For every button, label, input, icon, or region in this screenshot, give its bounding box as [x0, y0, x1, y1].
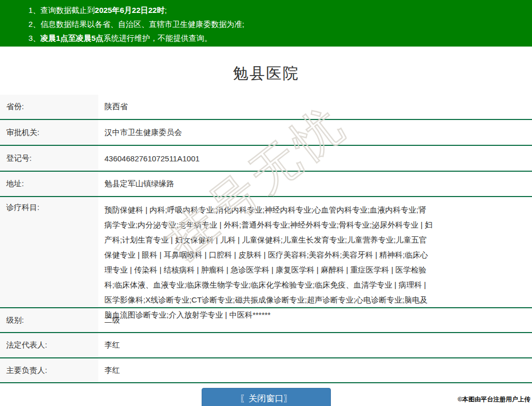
field-value-province: 陕西省	[98, 102, 128, 112]
table-row-address: 地址: 勉县定军山镇绿缘路	[0, 172, 532, 197]
table-row-medical-subjects: 诊疗科目: 预防保健科 | 内科;呼吸内科专业;消化内科专业;神经内科专业;心血…	[0, 197, 532, 308]
field-label-registration-number: 登记号:	[0, 146, 98, 171]
field-value-main-person-in-charge: 李红	[98, 366, 120, 375]
field-label-legal-representative: 法定代表人:	[0, 333, 98, 357]
field-label-medical-subjects: 诊疗科目:	[0, 197, 98, 307]
notice-3-bold-time: 凌晨1点至凌晨5点	[40, 34, 103, 42]
field-value-medical-subjects: 预防保健科 | 内科;呼吸内科专业;消化内科专业;神经内科专业;心血管内科专业;…	[98, 197, 433, 322]
hospital-info-table: 省份: 陕西省 审批机关: 汉中市卫生健康委员会 登记号: 4360468276…	[0, 95, 532, 383]
notice-2-text: 2、信息数据结果以各省、自治区、直辖市卫生健康委数据为准;	[28, 20, 245, 28]
table-row-province: 省份: 陕西省	[0, 95, 532, 120]
notice-1-bold-date: 2025年6月22日22时	[95, 6, 164, 14]
button-area: 〖关闭窗口〗	[0, 388, 532, 406]
field-value-level: 二级	[98, 315, 120, 325]
field-label-level: 级别:	[0, 308, 98, 332]
table-row-legal-representative: 法定代表人: 李红	[0, 333, 532, 358]
close-window-button[interactable]: 〖关闭窗口〗	[202, 388, 331, 406]
field-value-registration-number: 43604682761072511A1001	[98, 154, 200, 163]
page-title: 勉县医院	[233, 65, 299, 82]
notice-1-text: 1、查询数据截止到	[28, 6, 95, 14]
notice-1-tail: ;	[164, 6, 166, 14]
notice-banner: 1、查询数据截止到2025年6月22日22时; 2、信息数据结果以各省、自治区、…	[0, 0, 532, 47]
copyright-note: ©本图由平台注册用户上传	[458, 395, 530, 404]
table-row-main-person-in-charge: 主要负责人: 李红	[0, 358, 532, 383]
field-label-approval-authority: 审批机关:	[0, 120, 98, 145]
field-value-legal-representative: 李红	[98, 340, 120, 350]
notice-item-1: 1、查询数据截止到2025年6月22日22时;	[28, 3, 532, 17]
field-label-province: 省份:	[0, 95, 98, 119]
field-value-approval-authority: 汉中市卫生健康委员会	[98, 128, 182, 138]
field-label-main-person-in-charge: 主要负责人:	[0, 358, 98, 382]
field-label-address: 地址:	[0, 172, 98, 196]
table-row-registration-number: 登记号: 43604682761072511A1001	[0, 146, 532, 172]
notice-item-3: 3、凌晨1点至凌晨5点系统进行维护，不能提供查询。	[28, 31, 532, 45]
field-value-address: 勉县定军山镇绿缘路	[98, 179, 174, 189]
table-row-approval-authority: 审批机关: 汉中市卫生健康委员会	[0, 120, 532, 146]
notice-3-text: 3、	[28, 34, 40, 42]
title-area: 勉县医院	[0, 47, 532, 95]
notice-3-tail: 系统进行维护，不能提供查询。	[103, 34, 212, 42]
notice-item-2: 2、信息数据结果以各省、自治区、直辖市卫生健康委数据为准;	[28, 17, 532, 31]
